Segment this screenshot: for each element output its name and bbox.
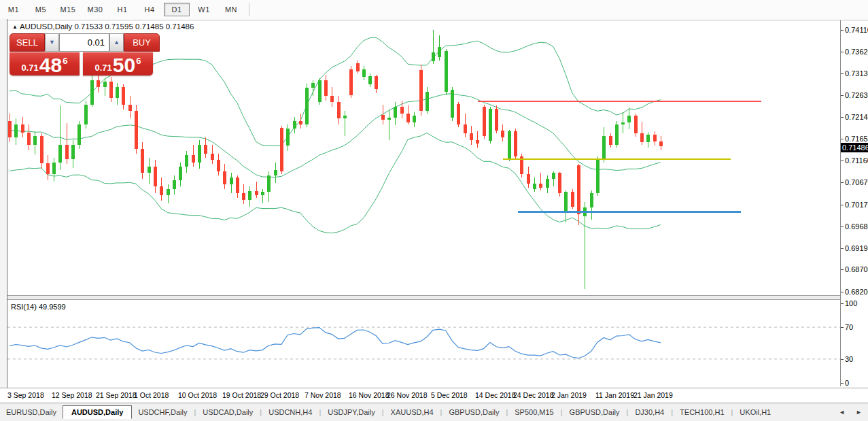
price-chart-pane[interactable]: ▲AUDUSD,Daily 0.71533 0.71595 0.71485 0.… (7, 20, 840, 294)
timeframe-button-m5[interactable]: M5 (28, 3, 54, 16)
price-tick-mark (841, 117, 844, 118)
chart-tab-usdcnh-h4[interactable]: USDCNH,H4 (262, 406, 318, 418)
price-tick-mark (841, 226, 844, 227)
candle-body-bull (84, 105, 88, 124)
date-tick-label: 21 Jan 2019 (633, 391, 673, 399)
date-tick-label: 2 Jan 2019 (551, 391, 587, 399)
buy-price-prefix: 0.71 (95, 63, 112, 73)
candle-body-bull (274, 170, 277, 176)
candle-body-bear (501, 131, 504, 137)
candle-body-bear (337, 102, 341, 118)
chart-tab-gbpusd-daily[interactable]: GBPUSD,Daily (563, 406, 626, 418)
price-axis[interactable]: 0.741100.736200.731300.726300.721400.716… (840, 20, 868, 386)
candle-body-bull (147, 167, 151, 173)
timeframe-button-w1[interactable]: W1 (191, 3, 217, 16)
tab-scroll-left-button[interactable]: ◄ (837, 407, 847, 417)
volume-input[interactable] (59, 33, 109, 52)
candle-body-bear (381, 115, 385, 120)
timeframe-button-m30[interactable]: M30 (82, 3, 108, 16)
chart-tab-usdchf-daily[interactable]: USDCHF,Daily (132, 406, 193, 418)
candle-body-bear (330, 96, 334, 102)
candle-body-bear (97, 80, 100, 87)
candle-body-bull (103, 82, 107, 88)
timeframe-toolbar: M1M5M15M30H1H4D1W1MN (0, 0, 868, 20)
candle-body-bull (173, 180, 176, 189)
candle-body-bear (577, 165, 580, 214)
candle-body-bear (400, 107, 404, 114)
candle-body-bull (267, 175, 271, 192)
chart-tab-sp500-m15[interactable]: SP500,M15 (508, 406, 559, 418)
candle-body-bear (527, 174, 530, 184)
candle-body-bull (33, 136, 37, 145)
volume-increase-button[interactable]: ▲ (109, 33, 124, 52)
date-tick-label: 29 Oct 2018 (260, 391, 299, 399)
timeframe-button-m1[interactable]: M1 (1, 3, 27, 16)
pane-splitter[interactable] (7, 295, 868, 300)
date-tick-label: 12 Sep 2018 (52, 391, 92, 399)
chart-tab-gbpusd-daily[interactable]: GBPUSD,Daily (442, 406, 505, 418)
chart-tab-xauusd-h4[interactable]: XAUUSD,H4 (385, 406, 440, 418)
candle-body-bear (653, 135, 657, 141)
candle-body-bull (546, 179, 549, 188)
price-tick-label: 0.69680 (845, 222, 868, 231)
volume-decrease-button[interactable]: ▼ (45, 33, 59, 52)
price-tick-label: 0.73130 (845, 69, 868, 78)
timeframe-button-h1[interactable]: H1 (109, 3, 135, 16)
price-tick-label: 0.70670 (845, 178, 868, 186)
mt4-window: M1M5M15M30H1H4D1W1MN ▲AUDUSD,Daily 0.715… (0, 0, 868, 421)
candle-body-bear (457, 104, 460, 124)
candle-body-bull (438, 47, 441, 56)
buy-button[interactable]: BUY (124, 33, 160, 52)
price-tick-label: 0.71160 (845, 156, 868, 165)
sell-price-button[interactable]: 0.71 48 6 (10, 52, 80, 75)
candle-body-bear (571, 192, 574, 207)
candle-body-bull (445, 51, 448, 92)
chart-symbol-label: AUDUSD,Daily (20, 22, 72, 31)
candle-body-bull (52, 163, 56, 175)
buy-price-button[interactable]: 0.71 50 6 (83, 52, 153, 75)
candle-body-bear (558, 173, 561, 193)
chart-tab-audusd-daily[interactable]: AUDUSD,Daily (63, 405, 132, 419)
chart-tab-eurusd-daily[interactable]: EURUSD,Daily (0, 406, 63, 418)
candle-body-bear (483, 107, 486, 136)
chart-tab-dj30-h4[interactable]: DJ30,H4 (629, 406, 670, 418)
timeframe-button-h4[interactable]: H4 (137, 3, 162, 16)
candle-body-bear (154, 167, 157, 186)
candle-body-bear (160, 186, 163, 195)
candle-body-bull (615, 124, 619, 146)
sell-button[interactable]: SELL (10, 33, 45, 52)
chart-tab-bar: EURUSD,DailyAUDUSD,DailyUSDCHF,Daily|USD… (0, 403, 868, 421)
timeframe-button-mn[interactable]: MN (218, 3, 244, 16)
timeframe-button-m15[interactable]: M15 (55, 3, 81, 16)
candle-body-bull (646, 135, 650, 142)
rsi-indicator-pane[interactable]: RSI(14) 49.9599 (7, 300, 840, 386)
chart-tab-ukoil-h1[interactable]: UKOil,H1 (733, 406, 777, 418)
tab-scroll-right-button[interactable]: ► (854, 407, 864, 417)
rsi-tick-label: 70 (845, 323, 853, 331)
candle-body-bull (230, 178, 233, 184)
timeframe-button-d1[interactable]: D1 (164, 3, 190, 16)
price-tick-mark (841, 205, 844, 205)
candle-body-bear (659, 141, 663, 146)
date-tick-label: 10 Oct 2018 (178, 391, 217, 399)
chart-title: ▲AUDUSD,Daily 0.71533 0.71595 0.71485 0.… (12, 22, 194, 31)
date-tick-label: 24 Dec 2018 (513, 391, 554, 399)
rsi-tick-label: 30 (845, 355, 853, 363)
chart-tab-usdjpy-daily[interactable]: USDJPY,Daily (322, 406, 381, 418)
price-tick-mark (841, 73, 844, 74)
candle-body-bear (236, 178, 239, 194)
candle-body-bull (248, 191, 251, 200)
chart-tab-usdcad-daily[interactable]: USDCAD,Daily (196, 406, 259, 418)
rsi-chart-canvas[interactable] (7, 300, 840, 386)
candle-body-bear (495, 109, 498, 131)
chart-tab-tech100-h1[interactable]: TECH100,H1 (674, 406, 730, 418)
candle-body-bull (451, 90, 454, 118)
candle-body-bull (58, 145, 62, 163)
price-tick-label: 0.71650 (845, 135, 868, 143)
date-tick-label: 3 Sep 2018 (7, 391, 44, 399)
price-tick-label: 0.72630 (845, 91, 868, 99)
date-axis[interactable]: 3 Sep 201812 Sep 201821 Sep 20181 Oct 20… (0, 388, 868, 403)
candle-body-bear (609, 136, 612, 146)
date-tick-label: 1 Oct 2018 (134, 391, 169, 399)
rsi-tick-mark (841, 359, 844, 360)
